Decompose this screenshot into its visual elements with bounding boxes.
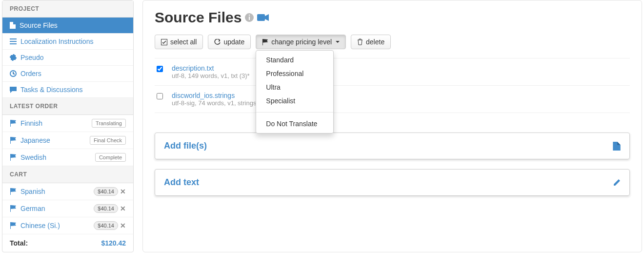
- sidebar-header-latest-order: LATEST ORDER: [2, 98, 133, 115]
- add-files-box[interactable]: Add file(s): [155, 133, 630, 159]
- update-button[interactable]: update: [208, 35, 251, 49]
- cart-remove-icon[interactable]: ✕: [120, 188, 126, 195]
- pricing-option-do-not-translate[interactable]: Do Not Translate: [256, 117, 333, 131]
- sidebar-item-label: Orders: [20, 70, 41, 77]
- main-panel: Source Files select all update change pr…: [142, 0, 642, 252]
- delete-button[interactable]: delete: [351, 35, 391, 49]
- cart-total-label: Total:: [10, 239, 28, 247]
- file-meta: utf-8-sig, 74 words, v1, strings: [172, 99, 256, 107]
- file-list: description.txt utf-8, 149 words, v1, tx…: [155, 58, 630, 113]
- cart-item-spanish[interactable]: Spanish $40.14✕: [2, 183, 133, 200]
- toolbar: select all update change pricing level S…: [155, 35, 630, 49]
- sidebar-item-localization-instructions[interactable]: Localization Instructions: [2, 34, 133, 50]
- info-icon[interactable]: [244, 13, 254, 22]
- button-label: update: [223, 38, 244, 46]
- order-status: Translating: [92, 119, 126, 128]
- order-status: Complete: [95, 153, 126, 162]
- change-pricing-dropdown: change pricing level Standard Profession…: [256, 35, 346, 49]
- add-text-label: Add text: [164, 177, 199, 188]
- cart-price: $40.14: [94, 204, 118, 213]
- list-icon: [10, 38, 17, 44]
- puzzle-icon: [10, 54, 17, 61]
- pricing-option-ultra[interactable]: Ultra: [256, 80, 333, 94]
- svg-rect-0: [10, 38, 17, 39]
- file-info: discworld_ios.strings utf-8-sig, 74 word…: [172, 92, 256, 107]
- check-icon: [161, 39, 167, 45]
- button-label: change pricing level: [271, 38, 332, 46]
- order-label: Swedish: [20, 153, 46, 161]
- select-all-button[interactable]: select all: [155, 35, 203, 49]
- cart-item-chinese[interactable]: Chinese (Si.) $40.14✕: [2, 217, 133, 234]
- sidebar-header-cart: CART: [2, 166, 133, 183]
- file-row: discworld_ios.strings utf-8-sig, 74 word…: [155, 86, 630, 113]
- add-panel: Add file(s) Add text: [155, 133, 630, 196]
- file-meta: utf-8, 149 words, v1, txt (3)*: [172, 72, 250, 79]
- cart-label: Chinese (Si.): [20, 222, 60, 229]
- cart-total-amount: $120.42: [101, 239, 126, 247]
- button-label: delete: [366, 38, 384, 46]
- sidebar-item-label: Source Files: [20, 21, 58, 29]
- order-status: Final Check: [90, 136, 126, 145]
- file-name-link[interactable]: discworld_ios.strings: [172, 92, 256, 99]
- change-pricing-button[interactable]: change pricing level: [256, 35, 346, 49]
- flag-icon: [262, 39, 268, 45]
- flag-icon: [10, 137, 17, 144]
- svg-rect-1: [10, 41, 17, 42]
- add-files-label: Add file(s): [164, 141, 207, 151]
- dropdown-divider: [256, 112, 333, 113]
- file-row: description.txt utf-8, 149 words, v1, tx…: [155, 58, 630, 86]
- flag-icon: [10, 154, 17, 161]
- svg-rect-5: [249, 17, 250, 20]
- cart-label: Spanish: [20, 188, 45, 195]
- flag-icon: [10, 222, 17, 229]
- file-info: description.txt utf-8, 149 words, v1, tx…: [172, 64, 250, 79]
- flag-icon: [10, 120, 17, 127]
- sidebar-item-label: Tasks & Discussions: [20, 86, 83, 94]
- sidebar: PROJECT Source Files Localization Instru…: [2, 0, 134, 252]
- file-checkbox[interactable]: [157, 93, 163, 99]
- file-icon: [613, 142, 621, 151]
- order-item-japanese[interactable]: Japanese Final Check: [2, 132, 133, 149]
- order-label: Japanese: [20, 136, 50, 144]
- cart-remove-icon[interactable]: ✕: [120, 205, 126, 212]
- pricing-option-professional[interactable]: Professional: [256, 67, 333, 80]
- order-item-swedish[interactable]: Swedish Complete: [2, 149, 133, 166]
- cart-item-german[interactable]: German $40.14✕: [2, 200, 133, 217]
- sidebar-item-label: Pseudo: [20, 54, 43, 61]
- sidebar-item-tasks-discussions[interactable]: Tasks & Discussions: [2, 82, 133, 98]
- sidebar-cart-list: Spanish $40.14✕ German $40.14✕ Chinese (…: [2, 183, 133, 234]
- cart-price: $40.14: [94, 221, 118, 230]
- sidebar-item-pseudo[interactable]: Pseudo: [2, 50, 133, 66]
- pencil-icon: [613, 179, 621, 187]
- cart-label: German: [20, 205, 45, 212]
- pricing-option-specialist[interactable]: Specialist: [256, 94, 333, 108]
- comment-icon: [10, 87, 17, 93]
- svg-rect-7: [257, 14, 265, 21]
- sidebar-project-list: Source Files Localization Instructions P…: [2, 18, 133, 98]
- video-icon[interactable]: [257, 13, 269, 22]
- add-text-box[interactable]: Add text: [155, 169, 630, 196]
- svg-rect-6: [249, 15, 250, 16]
- caret-down-icon: [336, 41, 340, 43]
- trash-icon: [357, 38, 363, 45]
- sidebar-item-orders[interactable]: Orders: [2, 66, 133, 82]
- order-label: Finnish: [20, 119, 42, 127]
- sidebar-header-project: PROJECT: [2, 0, 133, 18]
- flag-icon: [10, 188, 17, 195]
- cart-total-row: Total: $120.42: [2, 234, 133, 252]
- sidebar-latest-order-list: Finnish Translating Japanese Final Check…: [2, 115, 133, 166]
- cart-remove-icon[interactable]: ✕: [120, 222, 126, 229]
- svg-rect-2: [10, 43, 17, 44]
- flag-icon: [10, 205, 17, 212]
- sidebar-item-source-files[interactable]: Source Files: [2, 18, 133, 34]
- order-item-finnish[interactable]: Finnish Translating: [2, 115, 133, 132]
- pricing-option-standard[interactable]: Standard: [256, 53, 333, 67]
- page-title: Source Files: [155, 9, 630, 26]
- refresh-icon: [214, 39, 221, 45]
- pricing-dropdown-menu: Standard Professional Ultra Specialist D…: [256, 50, 334, 133]
- clock-icon: [10, 70, 17, 77]
- page-title-text: Source Files: [155, 9, 242, 26]
- sidebar-item-label: Localization Instructions: [20, 38, 93, 45]
- file-name-link[interactable]: description.txt: [172, 64, 250, 72]
- file-checkbox[interactable]: [157, 66, 163, 72]
